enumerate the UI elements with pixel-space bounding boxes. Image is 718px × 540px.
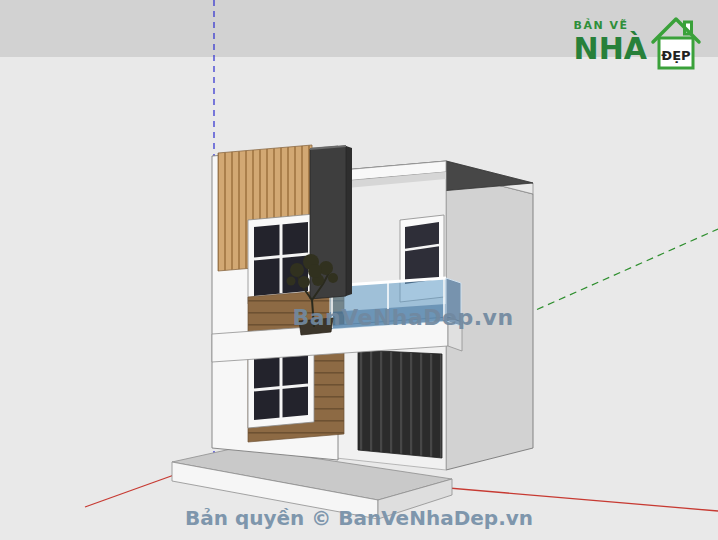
copyright-text: Bản quyền © BanVeNhaDep.vn <box>0 506 718 530</box>
upper-right-window-glass <box>405 222 439 284</box>
design-canvas: BanVeNhaDep.vn BẢN VẼ NHÀ ĐẸP Bản quyền … <box>0 0 718 540</box>
garage-door <box>358 350 442 458</box>
viewport-3d[interactable] <box>0 0 718 540</box>
brand-icon-text: ĐẸP <box>661 48 690 63</box>
brand-logo-texts: BẢN VẼ NHÀ <box>574 19 647 64</box>
watermark-text: BanVeNhaDep.vn <box>292 305 513 330</box>
chimney-side <box>346 146 352 296</box>
brand-logo: BẢN VẼ NHÀ ĐẸP <box>574 14 702 72</box>
brand-house-icon: ĐẸP <box>650 14 702 72</box>
brand-logo-main-text: NHÀ <box>574 34 647 64</box>
